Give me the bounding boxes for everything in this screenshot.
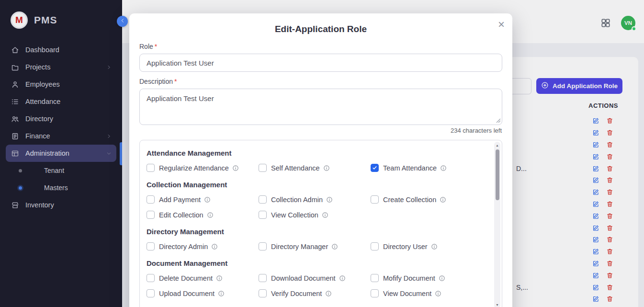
info-icon xyxy=(439,275,445,282)
info-icon xyxy=(216,275,223,282)
checkbox-unchecked[interactable] xyxy=(371,289,379,297)
resize-grip-icon[interactable] xyxy=(496,118,501,123)
perm-item-mofify-document: Mofify Document xyxy=(371,274,483,282)
perm-item-regularize-attendance: Regularize Attendance xyxy=(147,164,259,172)
role-label: Role* xyxy=(139,43,502,50)
perm-label: Upload Document xyxy=(159,290,215,297)
perm-item-team-attendance: Team Attendance xyxy=(371,164,483,172)
perm-item-self-attendance: Self Attendance xyxy=(259,164,371,172)
perm-label: Create Collection xyxy=(383,196,436,204)
checkbox-checked[interactable] xyxy=(371,164,379,172)
role-field-group: Role* xyxy=(139,43,502,72)
perm-item-create-collection: Create Collection xyxy=(371,195,483,204)
info-icon xyxy=(326,196,333,203)
perm-item-collection-admin: Collection Admin xyxy=(259,195,371,204)
checkbox-unchecked[interactable] xyxy=(259,289,267,297)
info-icon xyxy=(440,165,447,171)
close-icon[interactable]: × xyxy=(498,16,505,33)
scrollbar[interactable]: ▲ ▼ xyxy=(494,142,500,307)
perm-section-attendance-management: Attendance ManagementRegularize Attendan… xyxy=(147,149,483,172)
perm-section-collection-management: Collection ManagementAdd PaymentCollecti… xyxy=(147,181,483,219)
perm-grid: Add PaymentCollection AdminCreate Collec… xyxy=(147,195,483,219)
description-label-text: Description xyxy=(139,78,173,85)
role-label-text: Role xyxy=(139,43,153,50)
checkbox-unchecked[interactable] xyxy=(259,242,267,250)
info-icon xyxy=(339,275,346,282)
checkbox-unchecked[interactable] xyxy=(147,289,155,297)
perm-item-upload-document: Upload Document xyxy=(147,289,259,297)
permissions-sections: Attendance ManagementRegularize Attendan… xyxy=(147,149,483,297)
required-asterisk: * xyxy=(155,43,157,50)
description-input[interactable]: Application Test User xyxy=(139,89,502,125)
checkbox-unchecked[interactable] xyxy=(259,164,267,172)
info-icon xyxy=(440,196,446,203)
checkbox-unchecked[interactable] xyxy=(147,242,155,250)
role-input[interactable] xyxy=(139,54,502,72)
perm-label: Add Payment xyxy=(159,196,201,204)
scrollbar-thumb[interactable] xyxy=(496,149,499,200)
perm-label: Regularize Attendance xyxy=(159,164,229,172)
perm-label: Edit Collection xyxy=(159,211,203,219)
description-field-group: Description* Application Test User 234 c… xyxy=(139,78,502,134)
perm-label: Verify Document xyxy=(271,290,322,297)
checkbox-unchecked[interactable] xyxy=(371,195,379,204)
edit-application-role-modal: × Edit-Application Role Role* Descriptio… xyxy=(129,13,512,307)
checkbox-unchecked[interactable] xyxy=(147,164,155,172)
perm-item-add-payment: Add Payment xyxy=(147,195,259,204)
perm-label: Delete Document xyxy=(159,274,213,282)
checkbox-unchecked[interactable] xyxy=(259,211,267,219)
checkbox-unchecked[interactable] xyxy=(147,195,155,204)
perm-item-delete-document: Delete Document xyxy=(147,274,259,282)
info-icon xyxy=(207,212,214,218)
info-icon xyxy=(204,196,211,203)
perm-grid: Directory AdminDirectory ManagerDirector… xyxy=(147,242,483,250)
info-icon xyxy=(218,290,225,297)
scrollbar-up-icon[interactable]: ▲ xyxy=(494,142,500,148)
perm-grid: Delete DocumentDownload DocumentMofify D… xyxy=(147,274,483,297)
perm-item-download-document: Download Document xyxy=(259,274,371,282)
checkbox-unchecked[interactable] xyxy=(371,242,379,250)
perm-section-title: Collection Management xyxy=(147,181,483,189)
info-icon xyxy=(322,212,328,218)
perm-label: View Collection xyxy=(271,211,318,219)
perm-label: Self Attendance xyxy=(271,164,320,172)
perm-section-document-management: Document ManagementDelete DocumentDownlo… xyxy=(147,259,483,297)
perm-grid: Regularize AttendanceSelf AttendanceTeam… xyxy=(147,164,483,172)
perm-section-title: Document Management xyxy=(147,259,483,267)
modal-body: Role* Description* Application Test User… xyxy=(129,34,512,307)
info-icon xyxy=(331,243,338,250)
perm-label: Team Attendance xyxy=(383,164,437,172)
info-icon xyxy=(325,290,332,297)
perm-label: Download Document xyxy=(271,274,336,282)
perm-section-directory-management: Directory ManagementDirectory AdminDirec… xyxy=(147,227,483,250)
checkbox-unchecked[interactable] xyxy=(259,274,267,282)
perm-item-edit-collection: Edit Collection xyxy=(147,211,259,219)
perm-item-view-collection: View Collection xyxy=(259,211,371,219)
info-icon xyxy=(435,290,441,297)
checkbox-unchecked[interactable] xyxy=(259,195,267,204)
required-asterisk: * xyxy=(174,78,177,85)
perm-label: Directory Manager xyxy=(271,243,328,250)
checkbox-unchecked[interactable] xyxy=(147,211,155,219)
info-icon xyxy=(232,165,239,171)
sidebar-collapse-button[interactable] xyxy=(117,16,128,27)
info-icon xyxy=(431,243,438,250)
perm-label: Directory User xyxy=(383,243,428,250)
info-icon xyxy=(323,165,330,171)
perm-label: View Document xyxy=(383,290,431,297)
scrollbar-down-icon[interactable]: ▼ xyxy=(494,302,500,307)
info-icon xyxy=(211,243,218,250)
perm-label: Directory Admin xyxy=(159,243,208,250)
chevron-left-icon xyxy=(120,18,125,25)
perm-item-directory-manager: Directory Manager xyxy=(259,242,371,250)
description-label: Description* xyxy=(139,78,502,85)
chars-left-counter: 234 characters left xyxy=(139,127,502,134)
perm-item-verify-document: Verify Document xyxy=(259,289,371,297)
checkbox-unchecked[interactable] xyxy=(371,274,379,282)
perm-section-title: Attendance Management xyxy=(147,149,483,157)
checkbox-unchecked[interactable] xyxy=(147,274,155,282)
perm-label: Collection Admin xyxy=(271,196,323,204)
perm-section-title: Directory Management xyxy=(147,227,483,236)
perm-item-directory-user: Directory User xyxy=(371,242,483,250)
permissions-box: Attendance ManagementRegularize Attendan… xyxy=(139,140,502,307)
